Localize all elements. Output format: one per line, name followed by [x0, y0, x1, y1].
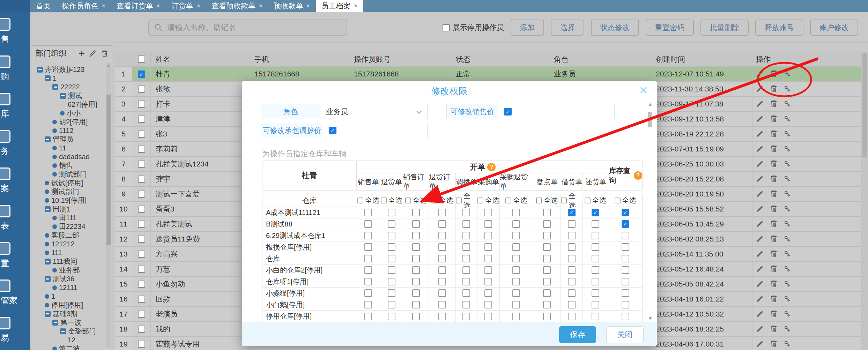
permissions-key-icon[interactable] — [783, 234, 792, 244]
warehouse-permission-checkbox[interactable] — [512, 301, 520, 308]
tree-node[interactable]: 测试部门 — [32, 187, 112, 196]
edit-row-icon[interactable] — [756, 325, 765, 334]
row-checkbox[interactable] — [138, 236, 145, 243]
warehouse-permission-checkbox[interactable] — [388, 289, 395, 297]
select-all-checkbox[interactable] — [615, 198, 621, 203]
page-scroll-thumb[interactable] — [862, 53, 867, 157]
row-checkbox[interactable] — [138, 206, 145, 213]
warehouse-permission-checkbox[interactable] — [512, 289, 520, 297]
select-all-checkbox[interactable] — [431, 198, 437, 203]
tree-node[interactable]: 第二波 — [32, 344, 112, 350]
modal-scroll-down-icon[interactable]: ▼ — [647, 315, 653, 321]
edit-row-icon[interactable] — [756, 340, 765, 349]
select-button[interactable]: 选择 — [551, 20, 584, 36]
delete-row-icon[interactable] — [770, 174, 779, 184]
warehouse-permission-checkbox[interactable] — [484, 220, 492, 228]
warehouse-permission-checkbox[interactable] — [568, 232, 576, 239]
row-checkbox[interactable] — [138, 341, 145, 348]
warehouse-permission-checkbox[interactable] — [388, 255, 395, 262]
tree-node[interactable]: 试试[停用] — [32, 179, 112, 187]
collapse-icon[interactable] — [52, 84, 58, 90]
permissions-key-icon[interactable] — [783, 219, 792, 229]
warehouse-permission-checkbox[interactable] — [568, 243, 576, 251]
delete-row-icon[interactable] — [770, 234, 779, 244]
warehouse-permission-checkbox[interactable] — [438, 266, 446, 274]
warehouse-permission-checkbox[interactable] — [622, 243, 629, 251]
warehouse-permission-checkbox[interactable] — [592, 220, 599, 228]
warehouse-permission-checkbox[interactable] — [484, 209, 492, 216]
warehouse-permission-checkbox[interactable] — [622, 266, 629, 274]
release-account-button[interactable]: 释放账号 — [755, 20, 803, 36]
show-disabled-checkbox-box[interactable] — [443, 24, 450, 31]
warehouse-permission-checkbox[interactable] — [543, 209, 551, 216]
select-all-checkbox[interactable] — [477, 198, 483, 203]
delete-row-icon[interactable] — [770, 204, 779, 214]
tree-node[interactable]: 121212 — [32, 240, 112, 248]
modal-close-icon[interactable]: × — [639, 82, 648, 99]
warehouse-permission-checkbox[interactable] — [484, 313, 492, 320]
permissions-key-icon[interactable] — [783, 265, 792, 274]
warehouse-permission-checkbox[interactable] — [412, 243, 420, 251]
delete-department-icon[interactable] — [101, 50, 109, 57]
edit-department-icon[interactable] — [89, 50, 97, 57]
warehouse-permission-checkbox[interactable] — [412, 313, 420, 320]
permissions-key-icon[interactable] — [783, 204, 792, 214]
warehouse-permission-checkbox[interactable] — [622, 289, 629, 297]
warehouse-permission-checkbox[interactable] — [462, 255, 470, 262]
warehouse-permission-checkbox[interactable] — [412, 209, 420, 216]
warehouse-permission-checkbox[interactable] — [512, 220, 520, 228]
warehouse-permission-checkbox[interactable] — [622, 220, 629, 228]
warehouse-permission-checkbox[interactable] — [484, 255, 492, 262]
status-modify-button[interactable]: 状态修改 — [591, 20, 639, 36]
warehouse-permission-checkbox[interactable] — [543, 255, 551, 262]
warehouse-permission-checkbox[interactable] — [543, 232, 551, 239]
warehouse-permission-checkbox[interactable] — [568, 313, 576, 320]
modal-scroll-thumb[interactable] — [648, 112, 652, 127]
warehouse-permission-checkbox[interactable] — [592, 266, 599, 274]
delete-row-icon[interactable] — [770, 295, 779, 304]
permissions-key-icon[interactable] — [783, 129, 792, 139]
row-checkbox[interactable] — [138, 266, 145, 273]
edit-row-icon[interactable] — [756, 69, 765, 79]
tree-node[interactable]: 小小 — [32, 109, 112, 118]
delete-row-icon[interactable] — [770, 129, 779, 139]
close-button[interactable]: 关闭 — [606, 326, 644, 343]
tree-scroll-thumb[interactable] — [106, 95, 111, 245]
edit-row-icon[interactable] — [756, 310, 765, 319]
delete-row-icon[interactable] — [770, 159, 779, 169]
warehouse-permission-checkbox[interactable] — [364, 243, 372, 251]
warehouse-permission-checkbox[interactable] — [412, 232, 420, 239]
edit-row-icon[interactable] — [756, 189, 765, 199]
column-header-created[interactable]: 创建时间 — [650, 52, 752, 66]
account-modify-button[interactable]: 账户修改 — [810, 20, 858, 36]
warehouse-permission-checkbox[interactable] — [388, 209, 395, 216]
warehouse-permission-checkbox[interactable] — [622, 209, 629, 216]
warehouse-permission-checkbox[interactable] — [592, 255, 599, 262]
delete-row-icon[interactable] — [770, 250, 779, 259]
warehouse-permission-checkbox[interactable] — [462, 209, 470, 216]
warehouse-permission-checkbox[interactable] — [568, 289, 576, 297]
warehouse-permission-checkbox[interactable] — [512, 255, 520, 262]
row-checkbox[interactable] — [138, 221, 145, 228]
permissions-key-icon[interactable] — [783, 250, 792, 259]
delete-row-icon[interactable] — [770, 340, 779, 349]
tree-node[interactable]: 业务部 — [32, 266, 112, 275]
collapse-icon[interactable] — [45, 75, 51, 81]
tree-node[interactable]: 1112 — [32, 126, 112, 135]
modal-scroll-up-icon[interactable]: ▲ — [647, 101, 653, 107]
warehouse-permission-checkbox[interactable] — [388, 278, 395, 285]
warehouse-permission-checkbox[interactable] — [438, 220, 446, 228]
warehouse-permission-checkbox[interactable] — [512, 313, 520, 320]
warehouse-permission-checkbox[interactable] — [388, 232, 395, 239]
warehouse-permission-checkbox[interactable] — [438, 209, 446, 216]
warehouse-permission-checkbox[interactable] — [568, 266, 576, 274]
tree-node[interactable]: 测试 — [32, 91, 112, 100]
row-checkbox[interactable] — [138, 281, 145, 288]
table-row[interactable]: 1杜青1517826166815178261668正常业务员2023-12-07… — [115, 67, 868, 82]
delete-row-icon[interactable] — [770, 99, 779, 109]
collapse-icon[interactable] — [45, 311, 51, 317]
delete-row-icon[interactable] — [770, 84, 779, 94]
collapse-icon[interactable] — [60, 93, 66, 99]
tab-查看预收款单[interactable]: 查看预收款单× — [206, 0, 268, 12]
collapse-icon[interactable] — [45, 136, 51, 142]
